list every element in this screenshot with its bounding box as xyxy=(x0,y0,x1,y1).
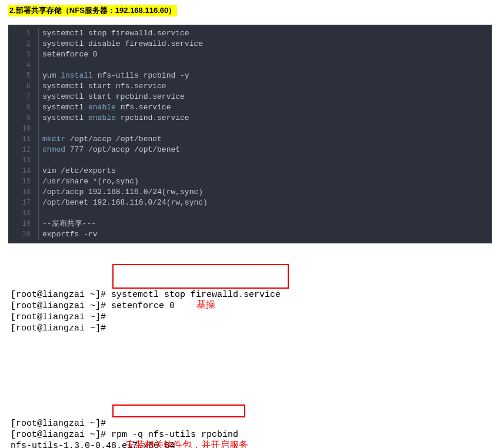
line-number: 20 xyxy=(8,229,31,240)
terminal-line: [root@liangzai ~]# setenforce 0 xyxy=(11,300,489,312)
code-line: yum install nfs-utils rpcbind -y xyxy=(42,71,492,81)
code-line xyxy=(42,155,492,166)
terminal-line: nfs-utils-1.3.0-0.48.el7.x86_64 xyxy=(11,440,489,448)
line-number: 13 xyxy=(8,155,31,166)
code-line xyxy=(42,123,492,134)
terminal-1: [root@liangzai ~]# systemctl stop firewa… xyxy=(8,266,492,369)
line-number: 3 xyxy=(8,49,31,60)
line-number: 9 xyxy=(8,113,31,123)
code-line: mkdir /opt/accp /opt/benet xyxy=(42,134,492,145)
code-line: /opt/accp 192.168.116.0/24(rw,sync) xyxy=(42,187,492,198)
section-heading: 2.部署共享存储（NFS服务器：192.168.116.60） xyxy=(8,5,177,16)
terminal-line: [root@liangzai ~]# xyxy=(11,323,489,334)
line-number: 8 xyxy=(8,102,31,113)
keyword: chmod xyxy=(42,145,65,154)
line-number: 11 xyxy=(8,134,31,145)
gutter-divider xyxy=(38,28,39,240)
line-number: 14 xyxy=(8,166,31,176)
terminal-line: [root@liangzai ~]# systemctl stop firewa… xyxy=(11,289,489,300)
code-line xyxy=(42,60,492,71)
code-line: /opt/benet 192.168.116.0/24(rw,sync) xyxy=(42,198,492,208)
terminal-2: [root@liangzai ~]#[root@liangzai ~]# rpm… xyxy=(8,394,492,448)
line-number: 4 xyxy=(8,60,31,71)
line-number: 5 xyxy=(8,71,31,81)
code-line: systemctl enable rpcbind.service xyxy=(42,113,492,123)
code-block: 1234567891011121314151617181920 systemct… xyxy=(8,25,492,243)
highlight-box-1 xyxy=(112,264,289,289)
terminal-group: [root@liangzai ~]# systemctl stop firewa… xyxy=(8,266,492,448)
code-line: setenforce 0 xyxy=(42,49,492,60)
gutter: 1234567891011121314151617181920 xyxy=(8,28,35,240)
line-number: 19 xyxy=(8,219,31,229)
code-lines: systemctl stop firewalld.servicesystemct… xyxy=(42,28,492,240)
terminal-line: [root@liangzai ~]# xyxy=(11,418,489,429)
line-number: 17 xyxy=(8,198,31,208)
highlight-box-2 xyxy=(112,404,245,417)
code-line: systemctl start nfs.service xyxy=(42,81,492,92)
line-number: 10 xyxy=(8,123,31,134)
terminal-line: [root@liangzai ~]# rpm -q nfs-utils rpcb… xyxy=(11,429,489,440)
line-number: 16 xyxy=(8,187,31,198)
line-number: 18 xyxy=(8,208,31,219)
line-number: 15 xyxy=(8,176,31,187)
line-number: 12 xyxy=(8,145,31,155)
code-line: systemctl stop firewalld.service xyxy=(42,28,492,39)
terminal-line: [root@liangzai ~]# xyxy=(11,312,489,323)
keyword: enable xyxy=(88,103,116,112)
keyword: mkdir xyxy=(42,135,65,143)
code-line: chmod 777 /opt/accp /opt/benet xyxy=(42,145,492,155)
line-number: 6 xyxy=(8,81,31,92)
code-line: vim /etc/exports xyxy=(42,166,492,176)
code-line: systemctl start rpcbind.service xyxy=(42,92,492,102)
keyword: enable xyxy=(88,113,116,122)
annotation-2: 安装相关软件包，并开启服务 xyxy=(126,439,248,448)
code-line: exportfs -rv xyxy=(42,229,492,240)
annotation-1: 基操 xyxy=(196,299,215,310)
code-line: /usr/share *(ro,sync) xyxy=(42,176,492,187)
line-number: 1 xyxy=(8,28,31,39)
code-line: --发布共享--- xyxy=(42,219,492,229)
code-line: systemctl enable nfs.service xyxy=(42,102,492,113)
line-number: 2 xyxy=(8,39,31,49)
code-line xyxy=(42,208,492,219)
line-number: 7 xyxy=(8,92,31,102)
keyword: install xyxy=(61,71,93,80)
code-line: systemctl disable firewalld.service xyxy=(42,39,492,49)
